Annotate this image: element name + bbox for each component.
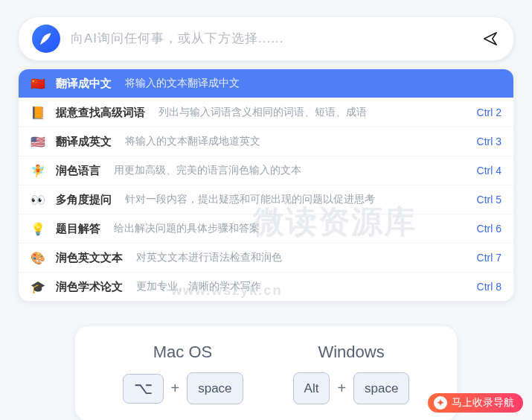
menu-item-shortcut: Ctrl 2: [477, 106, 501, 118]
search-bar: [18, 16, 514, 61]
mac-label: Mac OS: [153, 343, 212, 362]
mac-keys: ⌥ + space: [123, 372, 243, 404]
menu-item-1[interactable]: 📙据意查找高级词语列出与输入词语含义相同的词语、短语、成语Ctrl 2: [19, 98, 513, 127]
menu-item-5[interactable]: 💡题目解答给出解决问题的具体步骤和答案Ctrl 6: [19, 214, 513, 244]
menu-item-shortcut: Ctrl 6: [477, 223, 501, 235]
menu-item-icon: 🎓: [31, 279, 45, 294]
menu-item-4[interactable]: 👀多角度提问针对一段内容，提出疑惑和可能出现的问题以促进思考Ctrl 5: [19, 185, 513, 214]
menu-item-desc: 给出解决问题的具体步骤和答案: [114, 222, 468, 235]
menu-item-title: 翻译成中文: [56, 77, 112, 91]
menu-item-6[interactable]: 🎨润色英文文本对英文文本进行语法检查和润色Ctrl 7: [19, 244, 513, 273]
menu-item-icon: 🧚: [31, 163, 45, 178]
menu-item-7[interactable]: 🎓润色学术论文更加专业、清晰的学术写作Ctrl 8: [19, 273, 513, 301]
menu-item-icon: 🇨🇳: [31, 76, 45, 91]
menu-item-shortcut: Ctrl 8: [477, 281, 501, 293]
space-key: space: [187, 372, 243, 404]
menu-item-icon: 👀: [31, 192, 45, 207]
mac-shortcut: Mac OS ⌥ + space: [123, 343, 243, 404]
windows-shortcut: Windows Alt + space: [293, 343, 410, 404]
menu-item-title: 润色英文文本: [56, 251, 123, 265]
menu-item-desc: 更加专业、清晰的学术写作: [136, 280, 468, 293]
menu-item-title: 据意查找高级词语: [56, 106, 145, 120]
footer-badge[interactable]: ✦ 马上收录导航: [428, 393, 523, 413]
option-key-icon: ⌥: [123, 374, 164, 404]
menu-item-3[interactable]: 🧚润色语言用更加高级、完美的语言润色输入的文本Ctrl 4: [19, 156, 513, 185]
alt-key: Alt: [293, 372, 330, 404]
menu-item-desc: 对英文文本进行语法检查和润色: [136, 251, 468, 264]
menu-item-shortcut: Ctrl 7: [477, 252, 501, 264]
windows-keys: Alt + space: [293, 372, 410, 404]
search-input[interactable]: [71, 31, 481, 46]
windows-label: Windows: [318, 343, 384, 362]
menu-item-title: 润色语言: [56, 164, 100, 178]
menu-item-desc: 针对一段内容，提出疑惑和可能出现的问题以促进思考: [125, 193, 468, 206]
app-logo-icon: [32, 25, 60, 53]
menu-item-0[interactable]: 🇨🇳翻译成中文将输入的文本翻译成中文: [19, 69, 513, 98]
menu-item-desc: 将输入的文本翻译成中文: [125, 77, 501, 90]
menu-item-icon: 📙: [31, 105, 45, 120]
menu-item-title: 题目解答: [56, 222, 100, 236]
footer-text: 马上收录导航: [452, 396, 514, 410]
menu-item-icon: 💡: [31, 221, 45, 236]
send-button[interactable]: [481, 29, 500, 48]
menu-item-title: 润色学术论文: [56, 280, 123, 294]
menu-item-shortcut: Ctrl 3: [477, 136, 501, 147]
menu-item-desc: 列出与输入词语含义相同的词语、短语、成语: [158, 106, 468, 119]
menu-item-icon: 🎨: [31, 250, 45, 265]
menu-item-icon: 🇺🇸: [31, 134, 45, 149]
menu-item-2[interactable]: 🇺🇸翻译成英文将输入的文本翻译成地道英文Ctrl 3: [19, 127, 513, 156]
menu-item-desc: 将输入的文本翻译成地道英文: [125, 135, 468, 148]
menu-item-shortcut: Ctrl 4: [477, 165, 501, 176]
menu-item-shortcut: Ctrl 5: [477, 194, 501, 206]
plus-sign: +: [337, 380, 346, 397]
command-menu: 🇨🇳翻译成中文将输入的文本翻译成中文📙据意查找高级词语列出与输入词语含义相同的词…: [18, 69, 514, 302]
menu-item-title: 多角度提问: [56, 193, 112, 207]
menu-item-desc: 用更加高级、完美的语言润色输入的文本: [114, 164, 468, 177]
plus-sign: +: [171, 380, 180, 397]
menu-item-title: 翻译成英文: [56, 135, 112, 149]
shortcut-panel: Mac OS ⌥ + space Windows Alt + space: [74, 325, 458, 420]
nav-dot-icon: ✦: [434, 396, 447, 410]
space-key: space: [353, 372, 409, 404]
